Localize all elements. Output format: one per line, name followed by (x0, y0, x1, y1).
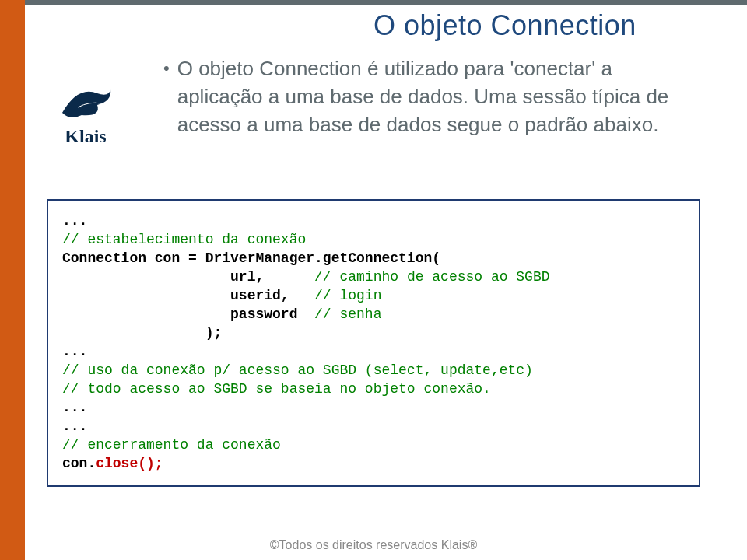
code-l6a: password (62, 306, 314, 322)
code-l1: ... (62, 213, 87, 229)
bird-icon (54, 78, 117, 124)
left-accent-bar (0, 0, 25, 560)
code-l4b: // caminho de acesso ao SGBD (314, 269, 549, 285)
code-l8: ... (62, 344, 87, 359)
code-l5a: userid, (62, 288, 314, 303)
code-l3: Connection con = DriverManager.getConnec… (62, 250, 440, 266)
code-l6b: // senha (314, 306, 381, 322)
code-l10: // todo acesso ao SGBD se baseia no obje… (62, 381, 491, 397)
code-l12: ... (62, 418, 87, 434)
code-l7: ); (62, 325, 222, 341)
footer-copyright: ©Todos os direitos reservados Klais® (0, 538, 747, 552)
code-l14a: con. (62, 456, 96, 471)
logo-text: Klais (39, 126, 132, 147)
code-l9: // uso da conexão p/ acesso ao SGBD (sel… (62, 362, 533, 378)
bullet-block: • O objeto Connection é utilizado para '… (163, 54, 677, 138)
bullet-text: O objeto Connection é utilizado para 'co… (177, 54, 677, 138)
code-l13: // encerramento da conexão (62, 437, 281, 453)
logo: Klais (39, 78, 132, 147)
top-accent-line (0, 0, 747, 5)
code-l4a: url, (62, 269, 314, 285)
code-l14b: close(); (96, 456, 163, 471)
bullet-dot-icon: • (163, 54, 170, 138)
code-l11: ... (62, 400, 87, 415)
code-l2: // estabelecimento da conexão (62, 232, 306, 247)
slide-title: O objeto Connection (374, 9, 716, 42)
code-box: ... // estabelecimento da conexão Connec… (47, 199, 700, 487)
code-l5b: // login (314, 288, 381, 303)
